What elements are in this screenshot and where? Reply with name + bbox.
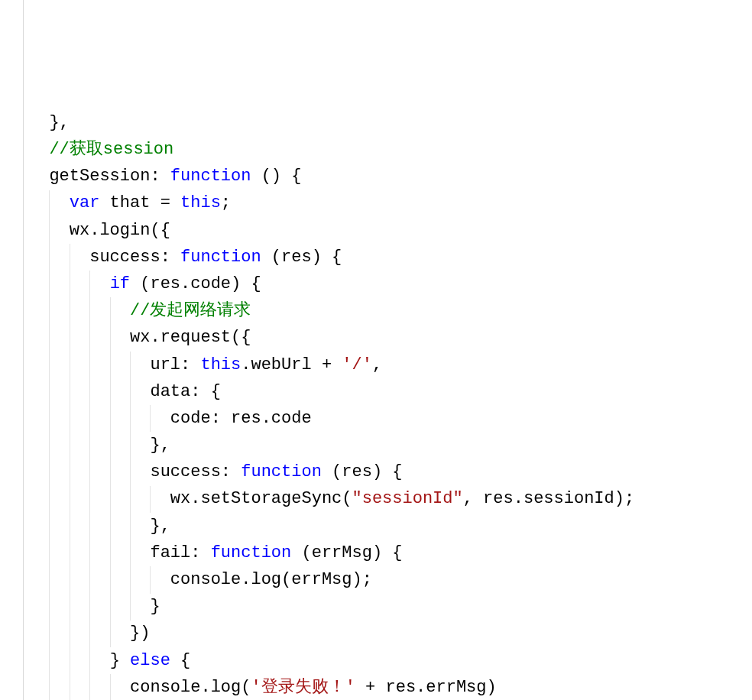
token-ident: (res) {	[322, 462, 403, 481]
token-punct: })	[130, 624, 150, 643]
code-line: },	[29, 432, 752, 459]
token-ident: data: {	[150, 382, 220, 401]
code-line: wx.request({	[29, 324, 752, 351]
code-line: wx.login({	[29, 217, 752, 244]
token-ident: (errMsg) {	[291, 543, 402, 562]
token-ident: (res.code) {	[130, 274, 261, 293]
code-line: } else {	[29, 647, 752, 674]
code-line: if (res.code) {	[29, 271, 752, 297]
token-punct: }	[150, 597, 160, 616]
token-keyword: var	[70, 193, 100, 212]
token-ident: fail:	[150, 543, 210, 562]
token-punct: ;	[221, 193, 231, 212]
token-string: '登录失败！'	[251, 678, 355, 697]
token-ident: success:	[89, 248, 180, 267]
token-keyword: function	[170, 167, 251, 186]
token-keyword: function	[211, 543, 292, 562]
token-punct: }	[110, 651, 130, 670]
token-punct: },	[49, 113, 69, 132]
token-keyword: this	[200, 355, 241, 374]
token-ident: , res.sessionId);	[463, 489, 634, 508]
token-ident: wx.request({	[130, 328, 251, 347]
token-keyword: function	[180, 248, 261, 267]
code-line: var that = this;	[29, 190, 752, 216]
code-line: })	[29, 620, 752, 647]
token-ident: that =	[99, 193, 180, 212]
token-ident: .webUrl +	[241, 355, 342, 374]
code-line: code: res.code	[29, 405, 752, 432]
token-keyword: else	[130, 651, 170, 670]
code-line: //发起网络请求	[29, 297, 752, 324]
token-punct: {	[170, 651, 190, 670]
code-line: //获取session	[29, 136, 752, 163]
code-line: data: {	[29, 378, 752, 405]
code-line: success: function (res) {	[29, 459, 752, 485]
token-ident: wx.setStorageSync(	[170, 489, 352, 508]
token-keyword: this	[180, 193, 221, 212]
token-ident: getSession:	[49, 167, 170, 186]
token-punct: },	[150, 517, 170, 536]
token-ident: wx.login({	[70, 221, 170, 240]
token-punct: },	[150, 436, 170, 455]
code-line: getSession: function () {	[29, 163, 752, 190]
code-line: url: this.webUrl + '/',	[29, 352, 752, 378]
token-punct: ,	[372, 355, 382, 374]
token-ident: success:	[150, 462, 241, 481]
code-block: }, //获取session getSession: function () {…	[29, 109, 752, 700]
token-ident: (res) {	[261, 248, 342, 267]
code-line: }	[29, 593, 752, 620]
code-editor: }, //获取session getSession: function () {…	[0, 0, 752, 700]
code-line: },	[29, 513, 752, 540]
token-string: "sessionId"	[352, 489, 462, 508]
code-line: console.log('登录失败！' + res.errMsg)	[29, 674, 752, 700]
token-ident: console.log(errMsg);	[170, 570, 372, 589]
code-line: },	[29, 109, 752, 136]
token-keyword: if	[110, 274, 130, 293]
code-line: console.log(errMsg);	[29, 566, 752, 593]
token-ident: url:	[150, 355, 200, 374]
code-line: wx.setStorageSync("sessionId", res.sessi…	[29, 485, 752, 512]
token-ident: console.log(	[130, 678, 251, 697]
token-ident: () {	[251, 167, 301, 186]
gutter-line	[23, 0, 24, 700]
code-line: success: function (res) {	[29, 244, 752, 271]
token-ident: code: res.code	[170, 409, 312, 428]
token-comment: //获取session	[49, 140, 173, 159]
token-ident: + res.errMsg)	[355, 678, 497, 697]
token-comment: //发起网络请求	[130, 301, 251, 320]
token-string: '/'	[342, 355, 372, 374]
token-keyword: function	[241, 462, 322, 481]
code-line: fail: function (errMsg) {	[29, 540, 752, 566]
